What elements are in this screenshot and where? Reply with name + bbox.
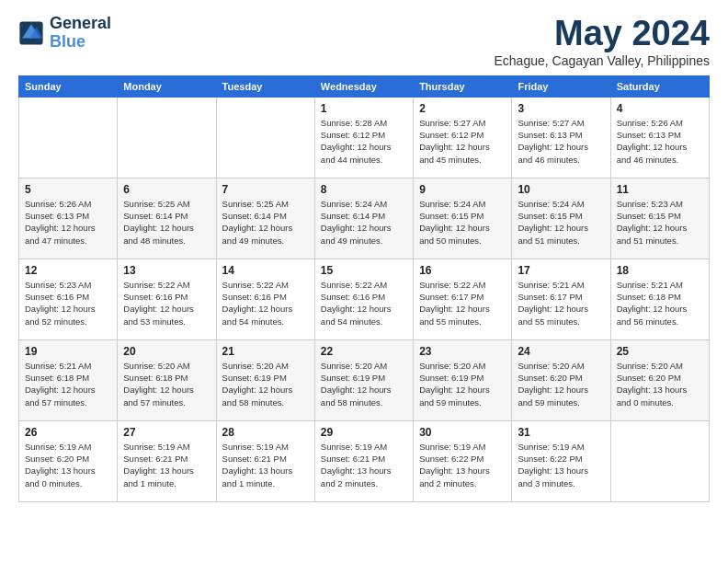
day-number: 6 [123,183,210,196]
calendar-cell: 16Sunrise: 5:22 AMSunset: 6:17 PMDayligh… [414,259,512,339]
weekday-header-sunday: Sunday [19,75,118,97]
day-info: Sunrise: 5:27 AMSunset: 6:12 PMDaylight:… [419,117,506,166]
day-info: Sunrise: 5:24 AMSunset: 6:15 PMDaylight:… [518,198,604,247]
day-info: Sunrise: 5:20 AMSunset: 6:18 PMDaylight:… [123,360,210,408]
location-subtitle: Echague, Cagayan Valley, Philippines [494,53,710,68]
day-info: Sunrise: 5:19 AMSunset: 6:21 PMDaylight:… [123,441,210,489]
day-info: Sunrise: 5:19 AMSunset: 6:21 PMDaylight:… [222,441,309,489]
day-info: Sunrise: 5:23 AMSunset: 6:15 PMDaylight:… [617,198,703,247]
calendar-cell: 27Sunrise: 5:19 AMSunset: 6:21 PMDayligh… [118,420,216,501]
day-info: Sunrise: 5:20 AMSunset: 6:20 PMDaylight:… [518,360,604,408]
day-number: 17 [518,264,604,277]
weekday-header-thursday: Thursday [414,75,512,97]
page-container: General Blue May 2024 Echague, Cagayan V… [18,15,710,502]
day-number: 27 [123,426,210,439]
calendar-cell [610,420,709,501]
calendar-cell: 25Sunrise: 5:20 AMSunset: 6:20 PMDayligh… [610,339,709,420]
day-info: Sunrise: 5:28 AMSunset: 6:12 PMDaylight:… [321,117,407,166]
calendar-cell: 8Sunrise: 5:24 AMSunset: 6:14 PMDaylight… [314,178,413,259]
day-info: Sunrise: 5:21 AMSunset: 6:18 PMDaylight:… [25,360,111,408]
calendar-cell: 21Sunrise: 5:20 AMSunset: 6:19 PMDayligh… [216,339,314,420]
calendar-cell: 11Sunrise: 5:23 AMSunset: 6:15 PMDayligh… [610,178,709,259]
day-number: 4 [617,102,703,115]
day-info: Sunrise: 5:19 AMSunset: 6:22 PMDaylight:… [419,441,506,489]
weekday-header-saturday: Saturday [610,75,709,97]
calendar-cell: 14Sunrise: 5:22 AMSunset: 6:16 PMDayligh… [216,259,314,339]
header: General Blue May 2024 Echague, Cagayan V… [18,15,710,68]
weekday-header-monday: Monday [118,75,216,97]
day-number: 29 [321,426,407,439]
day-info: Sunrise: 5:20 AMSunset: 6:20 PMDaylight:… [617,360,703,408]
day-number: 5 [25,183,111,196]
calendar-cell: 3Sunrise: 5:27 AMSunset: 6:13 PMDaylight… [512,97,610,178]
day-number: 18 [617,264,703,277]
calendar-cell: 29Sunrise: 5:19 AMSunset: 6:21 PMDayligh… [314,420,413,501]
weekday-header-tuesday: Tuesday [216,75,314,97]
calendar-cell: 1Sunrise: 5:28 AMSunset: 6:12 PMDaylight… [314,97,413,178]
day-info: Sunrise: 5:19 AMSunset: 6:20 PMDaylight:… [25,441,111,489]
day-number: 21 [222,345,309,358]
calendar-table: SundayMondayTuesdayWednesdayThursdayFrid… [18,75,710,502]
day-info: Sunrise: 5:19 AMSunset: 6:21 PMDaylight:… [321,441,407,489]
calendar-cell: 18Sunrise: 5:21 AMSunset: 6:18 PMDayligh… [610,259,709,339]
logo-line1: General [50,15,111,33]
calendar-cell: 20Sunrise: 5:20 AMSunset: 6:18 PMDayligh… [118,339,216,420]
calendar-cell: 9Sunrise: 5:24 AMSunset: 6:15 PMDaylight… [414,178,512,259]
day-info: Sunrise: 5:21 AMSunset: 6:18 PMDaylight:… [617,279,703,327]
day-info: Sunrise: 5:26 AMSunset: 6:13 PMDaylight:… [25,198,111,247]
calendar-cell: 22Sunrise: 5:20 AMSunset: 6:19 PMDayligh… [314,339,413,420]
day-info: Sunrise: 5:22 AMSunset: 6:16 PMDaylight:… [321,279,407,327]
day-info: Sunrise: 5:21 AMSunset: 6:17 PMDaylight:… [518,279,604,327]
calendar-cell: 13Sunrise: 5:22 AMSunset: 6:16 PMDayligh… [118,259,216,339]
day-number: 30 [419,426,506,439]
day-number: 8 [321,183,407,196]
day-number: 15 [321,264,407,277]
calendar-week-row: 26Sunrise: 5:19 AMSunset: 6:20 PMDayligh… [19,420,710,501]
calendar-week-row: 19Sunrise: 5:21 AMSunset: 6:18 PMDayligh… [19,339,710,420]
day-info: Sunrise: 5:22 AMSunset: 6:16 PMDaylight:… [222,279,309,327]
day-number: 13 [123,264,210,277]
title-block: May 2024 Echague, Cagayan Valley, Philip… [494,15,710,68]
day-info: Sunrise: 5:22 AMSunset: 6:17 PMDaylight:… [419,279,506,327]
calendar-cell: 10Sunrise: 5:24 AMSunset: 6:15 PMDayligh… [512,178,610,259]
day-number: 14 [222,264,309,277]
calendar-cell [19,97,118,178]
day-number: 23 [419,345,506,358]
month-title: May 2024 [494,15,710,53]
day-number: 22 [321,345,407,358]
calendar-cell: 23Sunrise: 5:20 AMSunset: 6:19 PMDayligh… [414,339,512,420]
day-number: 25 [617,345,703,358]
calendar-week-row: 12Sunrise: 5:23 AMSunset: 6:16 PMDayligh… [19,259,710,339]
day-number: 7 [222,183,309,196]
day-info: Sunrise: 5:24 AMSunset: 6:15 PMDaylight:… [419,198,506,247]
day-number: 24 [518,345,604,358]
day-number: 2 [419,102,506,115]
day-info: Sunrise: 5:22 AMSunset: 6:16 PMDaylight:… [123,279,210,327]
day-number: 26 [25,426,111,439]
day-number: 28 [222,426,309,439]
calendar-cell: 6Sunrise: 5:25 AMSunset: 6:14 PMDaylight… [118,178,216,259]
day-number: 31 [518,426,604,439]
day-number: 1 [321,102,407,115]
calendar-cell: 12Sunrise: 5:23 AMSunset: 6:16 PMDayligh… [19,259,118,339]
weekday-header-friday: Friday [512,75,610,97]
calendar-cell: 4Sunrise: 5:26 AMSunset: 6:13 PMDaylight… [610,97,709,178]
day-number: 9 [419,183,506,196]
day-number: 16 [419,264,506,277]
calendar-cell: 5Sunrise: 5:26 AMSunset: 6:13 PMDaylight… [19,178,118,259]
calendar-cell: 19Sunrise: 5:21 AMSunset: 6:18 PMDayligh… [19,339,118,420]
calendar-cell: 28Sunrise: 5:19 AMSunset: 6:21 PMDayligh… [216,420,314,501]
calendar-cell: 15Sunrise: 5:22 AMSunset: 6:16 PMDayligh… [314,259,413,339]
day-info: Sunrise: 5:26 AMSunset: 6:13 PMDaylight:… [617,117,703,166]
day-number: 20 [123,345,210,358]
logo: General Blue [18,15,111,52]
calendar-cell: 17Sunrise: 5:21 AMSunset: 6:17 PMDayligh… [512,259,610,339]
logo-icon [18,20,44,46]
day-number: 11 [617,183,703,196]
calendar-cell: 2Sunrise: 5:27 AMSunset: 6:12 PMDaylight… [414,97,512,178]
calendar-week-row: 5Sunrise: 5:26 AMSunset: 6:13 PMDaylight… [19,178,710,259]
calendar-cell: 7Sunrise: 5:25 AMSunset: 6:14 PMDaylight… [216,178,314,259]
calendar-cell [118,97,216,178]
day-info: Sunrise: 5:27 AMSunset: 6:13 PMDaylight:… [518,117,604,166]
day-info: Sunrise: 5:20 AMSunset: 6:19 PMDaylight:… [321,360,407,408]
